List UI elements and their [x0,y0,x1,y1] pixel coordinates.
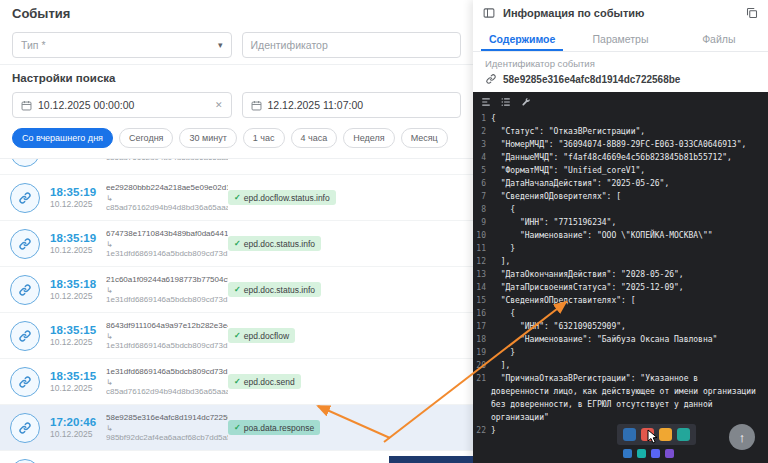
type-select-label: Тип * [21,39,46,51]
line-text: "Наименование": "ООО \"КОПЕЙКА-МОСКВА\"" [491,229,768,242]
identifier-input[interactable]: Идентификатор [242,32,462,58]
calendar-icon [21,100,32,111]
line-number: 6 [473,177,491,190]
date-to-value: 12.12.2025 11:07:00 [268,99,453,111]
badge-label: epd.docflow.status.info [244,193,330,203]
json-editor[interactable]: 1 { 2 "Статус": "ОтказВРегистрации", 3 "… [473,92,768,463]
date-to-input[interactable]: 12.12.2025 11:07:00 [242,92,462,118]
line-number: 11 [473,242,491,255]
line-text: ], [491,255,768,268]
event-row[interactable]: 18:35:19 10.12.2025 674738e1710843b489ba… [0,221,473,267]
event-row[interactable]: 18:35:15 10.12.2025 8643df9111064a9a97e1… [0,313,473,359]
date-from-input[interactable]: 10.12.2025 00:00:00 ✕ [12,92,232,118]
badge-label: epd.doc.send [244,377,295,387]
line-number: 1 [473,112,491,125]
chain-link-icon [10,459,40,463]
code-line: 10 "Наименование": "ООО \"КОПЕЙКА-МОСКВА… [473,229,768,242]
event-date: 10.12.2025 [50,429,106,439]
tab-bar: СодержимоеПараметрыФайлы [473,26,768,52]
type-select[interactable]: Тип * ▾ [12,32,232,58]
tray-icon[interactable] [651,449,660,458]
badge-label: epd.doc.status.info [244,285,315,295]
line-text: { [491,203,768,216]
event-time: 18:35:18 [50,278,106,290]
line-text: "ИНН": "7715196234", [491,216,768,229]
identifier-placeholder: Идентификатор [251,39,328,51]
taskbar-app-icon[interactable] [659,428,672,441]
tray-icon[interactable] [637,449,646,458]
event-parent-hash: ↳ 1e31dfd6869146a5bdcb809cd73d1167 [106,286,228,304]
arrow-up-icon: ↑ [739,430,746,445]
quick-filter-button[interactable]: Со вчерашнего дня [12,128,113,148]
check-icon: ✓ [234,239,241,248]
line-number: 17 [473,320,491,333]
clear-date-icon[interactable]: ✕ [215,100,223,110]
line-number: 18 [473,333,491,346]
tab-params[interactable]: Параметры [571,26,669,51]
line-text: "ИНН": "632109052909", [491,320,768,333]
taskbar-app-icon[interactable] [677,428,690,441]
tab-content[interactable]: Содержимое [473,26,571,51]
line-text: "СведенияОПредставителях": [ [491,294,768,307]
line-number: 20 [473,359,491,372]
line-text: "ДатаНачалаДействия": "2025-05-26", [491,177,768,190]
quick-filter-button[interactable]: 30 минут [179,128,236,148]
code-line: 8 { [473,203,768,216]
quick-filter-row: Со вчерашнего дняСегодня30 минут1 час4 ч… [0,126,473,158]
event-row[interactable]: 18:35:19 10.12.2025 ee29280bbb224a218ae5… [0,175,473,221]
event-id-value: 58e9285e316e4afc8d1914dc722568be [503,74,680,85]
code-line: 19 } [473,346,768,359]
line-text: "ДатаПрисвоенияСтатуса": "2025-12-09", [491,281,768,294]
quick-filter-button[interactable]: Месяц [401,128,448,148]
check-icon: ✓ [234,423,241,432]
tray-icon[interactable] [623,449,632,458]
chain-link-icon [10,183,40,213]
chain-link-icon [10,158,40,167]
code-line: 7 "СведенияОДоверителях": [ [473,190,768,203]
event-type-badge: ✓ epd.docflow [228,328,295,343]
panel-icon[interactable] [483,7,495,19]
event-row[interactable]: 17:20:46 10.12.2025 58e9285e316e4afc8d19… [0,405,473,451]
tab-files[interactable]: Файлы [670,26,768,51]
check-icon: ✓ [234,193,241,202]
event-row[interactable]: ↳ c85ad76162d94b94d8bd36a65aaa0617 [0,158,473,175]
line-number: 8 [473,203,491,216]
date-range-row: 10.12.2025 00:00:00 ✕ 12.12.2025 11:07:0… [0,88,473,126]
event-date: 10.12.2025 [50,291,106,301]
copy-icon[interactable] [746,7,758,19]
format-icon[interactable] [481,97,491,107]
json-code: 1 { 2 "Статус": "ОтказВРегистрации", 3 "… [473,111,768,463]
tray-icon[interactable] [665,449,674,458]
event-type-badge: ✓ epd.doc.status.info [228,282,321,297]
code-line: 13 "ДатаОкончанияДействия": "2028-05-26"… [473,268,768,281]
code-line: 1 { [473,112,768,125]
event-list: ↳ c85ad76162d94b94d8bd36a65aaa0617 18:35… [0,158,473,463]
event-parent-hash: ↳ 1e31dfd6869146a5bdcb809cd73d1167 [106,240,228,258]
chain-link-icon [10,275,40,305]
quick-filter-button[interactable]: Неделя [343,128,394,148]
event-row[interactable]: 18:35:18 10.12.2025 21c60a1f09244a619877… [0,267,473,313]
line-text: ], [491,359,768,372]
line-number: 10 [473,229,491,242]
badge-label: epd.doc.status.info [244,239,315,249]
quick-filter-button[interactable]: Сегодня [119,128,174,148]
line-text: { [491,112,768,125]
event-id-label: Идентификатор события [473,52,768,71]
window-fragment [389,456,473,463]
quick-filter-button[interactable]: 4 часа [291,128,338,148]
taskbar-tray-row [617,445,696,458]
line-number: 16 [473,307,491,320]
wrench-icon[interactable] [521,97,531,107]
badge-label: epd.docflow [244,331,289,341]
scroll-to-top-button[interactable]: ↑ [729,424,755,450]
list-icon[interactable] [501,97,511,107]
quick-filter-button[interactable]: 1 час [243,128,285,148]
chevron-down-icon: ▾ [218,40,223,50]
code-line: 9 "ИНН": "7715196234", [473,216,768,229]
taskbar-app-icon[interactable] [623,428,636,441]
event-row[interactable]: 18:35:15 10.12.2025 1e31dfd6869146a5bdcb… [0,359,473,405]
event-time: 18:35:15 [50,370,106,382]
mouse-cursor-icon [647,429,660,445]
events-app: События Тип * ▾ Идентификатор Настройки … [0,0,768,463]
check-icon: ✓ [234,377,241,386]
